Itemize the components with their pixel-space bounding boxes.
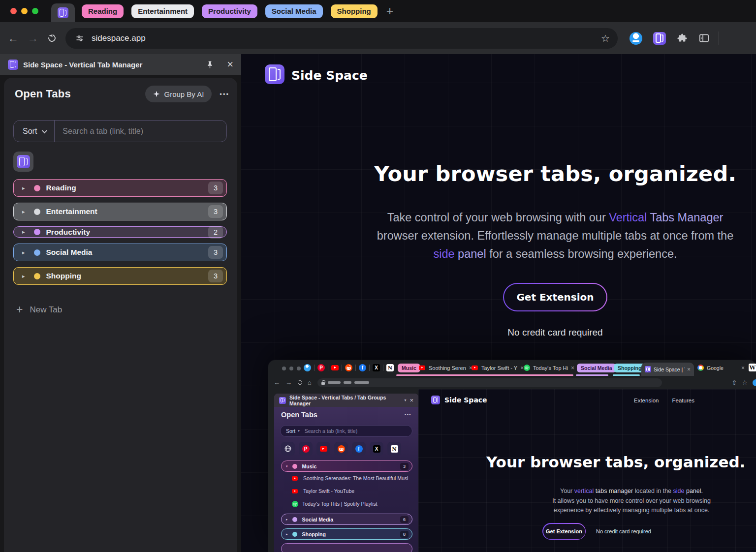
x-platform-icon: X [373,445,380,453]
screenshot-group-music: ▾ Music 3 [281,460,412,472]
browser-icon [304,364,311,371]
x-platform-icon: X [373,364,380,371]
close-window-button[interactable] [10,8,17,14]
group-count-badge: 3 [208,182,223,194]
share-icon: ⇧ [731,379,737,386]
active-tab-favicon-button[interactable] [13,152,33,172]
screenshot-tab: Soothing Seren× [418,361,472,375]
tab-group-reading[interactable]: Reading [82,4,124,18]
hero-paragraph-line: browser extension. Effortlessly manage m… [309,227,756,245]
reddit-icon [338,445,345,453]
group-row-productivity[interactable]: ▸ Productivity 2 [13,226,227,238]
group-row-social-media[interactable]: ▸ Social Media 3 [13,244,227,261]
screenshot-favicon-row: P f X N [281,442,412,456]
extension-avatar-icon[interactable] [630,32,642,45]
screenshot-hero-paragraph: Your vertical tabs manager located in th… [484,487,756,516]
reddit-icon [345,364,352,371]
highlight-side: side [433,247,454,260]
screenshot-traffic-lights [282,367,301,370]
search-input[interactable] [55,127,226,136]
screenshot-address-bar [317,378,662,387]
group-row-reading[interactable]: ▸ Reading 3 [13,179,227,197]
get-extension-button[interactable]: Get Extension [504,284,606,310]
tab-group-entertainment[interactable]: Entertainment [131,4,194,18]
group-by-ai-button[interactable]: Group By AI [145,86,212,102]
notion-icon: N [391,445,398,453]
facebook-icon: f [359,364,366,371]
lock-icon [321,382,325,385]
screenshot-search-bar: Sort▾ [280,425,412,437]
screenshot-group-social: ▸ Social Media 6 [281,514,412,525]
screenshot-content: Side Space - Vertical Tabs / Tab Groups … [268,389,756,552]
close-panel-icon[interactable]: × [227,59,233,70]
expand-caret-icon[interactable]: ▸ [22,209,25,215]
group-color-dot [34,273,40,279]
side-panel-card: Open Tabs Group By AI ••• Sort ▸ [4,78,237,552]
close-icon: × [410,397,413,404]
browser-window: Reading Entertainment Productivity Socia… [0,0,756,552]
new-tab-label: New Tab [30,305,62,315]
screenshot-open-tabs-heading: Open Tabs [281,411,317,419]
reload-icon[interactable] [47,33,57,43]
tab-group-shopping[interactable]: Shopping [331,4,378,18]
tab-group-social-media[interactable]: Social Media [265,4,323,18]
sidespace-extension-icon[interactable] [653,32,666,45]
active-browser-tab[interactable] [51,3,75,22]
side-panel-title: Side Space - Vertical Tab Manager [23,61,142,69]
new-tab-button[interactable]: + New Tab [16,304,62,315]
nav-features: Features [672,398,694,403]
site-settings-icon[interactable] [75,34,84,43]
plus-icon: + [16,304,23,315]
screenshot-search-input [300,428,412,434]
maximize-window-button[interactable] [32,8,38,14]
forward-icon[interactable]: → [28,33,38,44]
group-row-shopping[interactable]: ▸ Shopping 3 [13,267,227,285]
screenshot-group-shopping: ▸ Shopping 8 [281,528,412,540]
expand-caret-icon[interactable]: ▸ [22,229,25,235]
screenshot-active-tab: Side Space | Yo× [641,363,694,376]
group-count-badge: 3 [208,205,223,218]
group-row-entertainment[interactable]: ▸ Entertainment 3 [13,203,227,220]
expand-caret-icon[interactable]: ▸ [22,249,25,256]
sort-dropdown[interactable]: Sort [23,127,37,136]
get-extension-button-border: Get Extension [503,283,607,311]
screenshot-social-group-pill: Social Media [577,364,616,372]
new-tab-icon[interactable]: + [386,5,394,17]
highlight-vertical: Vertical [609,211,647,224]
group-count-badge: 3 [208,270,223,282]
tab-group-productivity[interactable]: Productivity [202,4,257,18]
bookmark-star-icon[interactable]: ☆ [601,32,610,44]
group-color-dot [34,185,40,191]
screenshot-music-group-pill: Music [398,364,420,372]
group-name: Productivity [46,228,91,237]
globe-icon [284,445,291,452]
extensions-puzzle-icon[interactable] [677,33,688,44]
group-by-ai-label: Group By AI [164,90,204,98]
screenshot-side-panel: Side Space - Vertical Tabs / Tab Groups … [274,394,418,552]
screenshot-tab-item: Today's Top Hits | Spotify Playlist [281,497,412,510]
address-bar[interactable]: sidespace.app ☆ [65,28,618,49]
group-name: Shopping [46,272,81,280]
group-count-badge: 3 [208,246,223,259]
back-icon[interactable]: ← [8,33,19,44]
spotify-icon [292,501,298,507]
url-text: sidespace.app [92,33,146,43]
site-brand-text: Side Space [291,68,368,83]
tab-groups-list: ▸ Reading 3 ▸ Entertainment 3 ▸ Producti… [13,179,227,291]
bookmark-star-icon: ☆ [742,379,748,386]
screenshot-toolbar: ←→ ⌂ ⇧ ☆ [268,376,756,389]
hero-heading: Your browser tabs, organized. [309,161,756,186]
more-options-icon[interactable]: ••• [220,91,229,98]
pin-icon[interactable] [206,61,214,69]
screenshot-nav: Extension Features [634,398,694,403]
traffic-lights [10,8,38,14]
expand-caret-icon[interactable]: ▸ [22,273,25,279]
screenshot-brand: Side Space [444,396,487,404]
minimize-window-button[interactable] [21,8,28,14]
chevron-down-icon [42,127,47,133]
expand-caret-icon[interactable]: ▸ [22,185,25,191]
side-panel-toggle-icon[interactable] [698,32,710,44]
screenshot-website: Side Space Extension Features Your brows… [418,389,756,552]
screenshot-hero-heading: Your browser tabs, organized. [486,453,756,471]
facebook-icon: f [355,445,363,453]
